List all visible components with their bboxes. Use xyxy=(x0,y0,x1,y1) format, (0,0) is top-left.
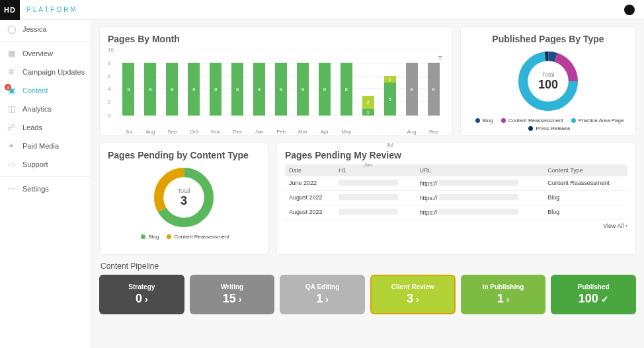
pipeline-in-publishing[interactable]: In Publishing1› xyxy=(461,275,546,314)
card-pending-by-type: Pages Pending by Content Type Total 3 Bl… xyxy=(99,143,268,255)
stage-value: 3 xyxy=(407,292,413,306)
bar-dec-5: 8Dec xyxy=(227,63,248,116)
sidebar-item-label: Jessica xyxy=(22,25,47,33)
sidebar-icon: ◫ xyxy=(7,104,16,114)
chevron-icon: › xyxy=(145,294,148,304)
sidebar-item-label: Campaign Updates xyxy=(22,68,85,76)
stage-label: Strategy xyxy=(128,283,155,291)
bar-jul-12: 51Jul xyxy=(380,76,400,116)
bar-jul-0: 8Jul xyxy=(118,63,139,116)
bar-segment: 8 xyxy=(297,63,309,116)
cell-type: Content Reassessment xyxy=(543,176,627,191)
legend-item: Press Release xyxy=(526,125,570,131)
bar-jan-6: 8Jan xyxy=(249,63,270,116)
bar-segment: 8 xyxy=(188,63,200,116)
sidebar-item-label: Paid Media xyxy=(22,142,59,150)
badge: 3 xyxy=(5,84,11,90)
bar-apr-9: 8Apr xyxy=(314,63,335,116)
sidebar-item-label: Leads xyxy=(22,123,42,131)
sidebar-icon: ✦ xyxy=(7,141,16,151)
bar-segment: 8 xyxy=(406,63,418,116)
stage-label: Writing xyxy=(221,283,243,291)
bar-mar-8: 8Mar xyxy=(293,63,313,116)
logo: HD PLATFORM xyxy=(0,0,78,20)
sidebar-item-paid-media[interactable]: ✦Paid Media xyxy=(0,137,91,155)
stage-label: QA Editing xyxy=(305,283,339,291)
bar-segment: 8 xyxy=(275,63,287,116)
card-pages-by-month: Pages By Month ≡ 1086420 8Jul8Aug8Sep8Oc… xyxy=(99,26,452,136)
donut-chart-published: Total 100 xyxy=(515,48,581,114)
pipeline-qa-editing[interactable]: QA Editing1› xyxy=(280,275,365,314)
view-all-link[interactable]: View All › xyxy=(285,223,627,229)
bar-sep-2: 8Sep xyxy=(162,63,182,116)
main-content: Pages By Month ≡ 1086420 8Jul8Aug8Sep8Oc… xyxy=(91,20,644,348)
table-row[interactable]: August 2022https:// Blog xyxy=(285,205,627,220)
bar-segment: 8 xyxy=(144,63,156,116)
top-bar: HD PLATFORM xyxy=(0,0,644,20)
bar-nov-4: 8Nov xyxy=(206,63,226,116)
pipeline-strategy[interactable]: Strategy0› xyxy=(99,275,184,314)
chevron-icon: › xyxy=(506,294,510,304)
pipeline: Strategy0›Writing15›QA Editing1›Client R… xyxy=(99,275,636,314)
logo-mark: HD xyxy=(0,0,20,20)
sidebar-icon: ▣3 xyxy=(7,86,16,95)
legend-published: BlogContent ReassessmentPractice Area Pa… xyxy=(469,117,627,133)
bar-sep-14: 8Sep xyxy=(423,63,444,116)
sidebar-item-label: Settings xyxy=(22,185,49,193)
total-value: 100 xyxy=(538,78,558,92)
sidebar-item-analytics[interactable]: ◫Analytics xyxy=(0,100,91,118)
bar-chart: 1086420 8Jul8Aug8Sep8Oct8Nov8Dec8Jan8Feb… xyxy=(108,50,444,116)
cell-h1 xyxy=(335,205,415,220)
stage-value: 1 xyxy=(316,292,323,306)
cell-date: August 2022 xyxy=(285,205,335,220)
sidebar-item-label: Analytics xyxy=(22,105,52,113)
cell-date: August 2022 xyxy=(285,191,335,205)
sidebar-item-settings[interactable]: ⋯ Settings xyxy=(0,180,91,198)
bar-segment: 2 xyxy=(362,96,374,109)
col-url: URL xyxy=(415,164,543,176)
legend-item: Blog xyxy=(138,234,159,240)
pipeline-client-review[interactable]: Client Review3› xyxy=(370,275,456,314)
bar-segment: 8 xyxy=(166,63,178,116)
bar-segment: 5 xyxy=(384,83,396,116)
legend-pending: BlogContent Reassessment xyxy=(108,233,260,241)
bar-segment: 1 xyxy=(384,76,396,83)
bar-oct-3: 8Oct xyxy=(184,63,204,116)
sidebar-item-content[interactable]: ▣3Content xyxy=(0,81,91,100)
sidebar-item-label: Overview xyxy=(22,50,53,57)
sidebar-item-leads[interactable]: ☍Leads xyxy=(0,118,91,137)
table-row[interactable]: June 2022https:// Content Reassessment xyxy=(285,176,627,191)
col-content-type: Content Type xyxy=(543,164,627,176)
bar-segment: 8 xyxy=(253,63,265,116)
pipeline-published[interactable]: Published100✓ xyxy=(551,275,636,314)
chevron-icon: ✓ xyxy=(601,294,609,304)
stage-value: 0 xyxy=(136,292,142,306)
pipeline-writing[interactable]: Writing15› xyxy=(190,275,275,314)
cell-h1 xyxy=(335,191,415,205)
sidebar-item-overview[interactable]: ▦Overview xyxy=(0,44,91,63)
sidebar-icon: ✲ xyxy=(7,67,16,77)
sidebar-item-support[interactable]: ▭Support xyxy=(0,155,91,174)
review-table: DateH1URLContent Type June 2022https:// … xyxy=(285,164,627,220)
card-pending-review: Pages Pending My Review DateH1URLContent… xyxy=(276,143,636,255)
bar-aug-13: 8Aug xyxy=(401,63,422,116)
table-row[interactable]: August 2022https:// Blog xyxy=(285,191,627,205)
bar-feb-7: 8Feb xyxy=(271,63,292,116)
bar-segment: 1 xyxy=(362,109,374,116)
total-value: 3 xyxy=(181,194,187,208)
stage-label: In Publishing xyxy=(483,283,524,291)
chevron-icon: › xyxy=(416,294,419,304)
bar-segment: 8 xyxy=(210,63,221,116)
cell-url: https:// xyxy=(415,176,543,191)
ellipsis-icon: ⋯ xyxy=(7,184,16,193)
col-date: Date xyxy=(285,164,335,176)
sidebar-icon: ◯ xyxy=(7,24,16,34)
avatar[interactable] xyxy=(624,5,635,15)
sidebar-item-campaign-updates[interactable]: ✲Campaign Updates xyxy=(0,63,91,81)
bar-segment: 8 xyxy=(319,63,331,116)
pipeline-title: Content Pipeline xyxy=(101,261,636,271)
sidebar-item-jessica[interactable]: ◯Jessica xyxy=(0,20,91,38)
sidebar: ◯Jessica▦Overview✲Campaign Updates▣3Cont… xyxy=(0,20,91,348)
sidebar-icon: ☍ xyxy=(7,123,16,132)
sidebar-icon: ▭ xyxy=(7,160,16,169)
